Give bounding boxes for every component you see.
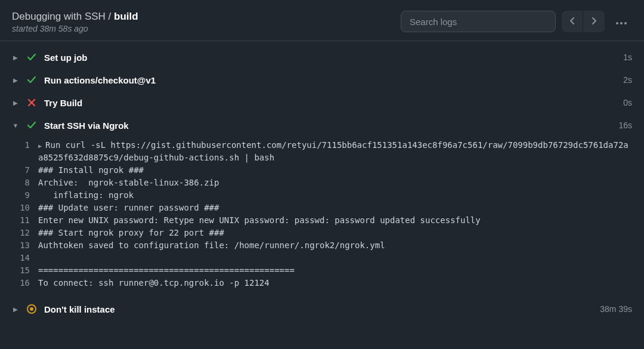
svg-point-1 [620,22,623,24]
line-number: 10 [12,202,38,214]
step-time: 0s [623,98,632,107]
header-right [401,11,632,32]
line-text: ### Start ngrok proxy for 22 port ### [38,227,632,239]
log-output: 1▶Run curl -sL https://gist.githubuserco… [0,137,644,298]
log-line: 8Archive: ngrok-stable-linux-386.zip [12,177,632,189]
step-name: Don't kill instace [44,304,593,314]
prev-button[interactable] [562,11,583,32]
line-number: 15 [12,264,38,277]
caret-right-icon: ▶ [12,54,19,61]
line-text: Archive: ngrok-stable-linux-386.zip [38,177,632,189]
log-line: 12### Start ngrok proxy for 22 port ### [12,227,632,239]
search-input[interactable] [401,11,556,32]
line-text: ### Update user: runner password ### [38,202,632,214]
log-line: 15======================================… [12,264,632,277]
header-left: Debugging with SSH / build started 38m 5… [12,11,138,33]
line-number: 11 [12,214,38,227]
caret-right-icon: ▶ [12,77,19,84]
check-icon [26,120,37,131]
log-line: 10### Update user: runner password ### [12,202,632,214]
next-button[interactable] [583,11,605,32]
caret-right-icon: ▶ [12,306,19,313]
line-number: 13 [12,239,38,252]
caret-right-icon: ▶ [38,141,42,150]
step-name: Start SSH via Ngrok [44,121,611,131]
check-icon [26,52,37,63]
caret-down-icon: ▼ [12,122,19,129]
step-time: 16s [618,121,632,130]
spinner-icon [26,304,37,314]
step-row[interactable]: ▶Don't kill instace38m 39s [0,298,644,320]
breadcrumb: Debugging with SSH / build [12,11,138,23]
line-number: 8 [12,177,38,189]
step-name: Try Build [44,98,616,108]
line-text: To connect: ssh runner@0.tcp.ngrok.io -p… [38,277,632,289]
check-icon [26,75,37,85]
step-time: 38m 39s [600,304,632,314]
line-number: 9 [12,189,38,202]
step-time: 2s [623,75,632,85]
run-started-subtitle: started 38m 58s ago [12,24,138,33]
log-line: 11Enter new UNIX password: Retype new UN… [12,214,632,227]
step-name: Run actions/checkout@v1 [44,75,616,85]
step-row[interactable]: ▶Try Build0s [0,91,644,114]
step-row[interactable]: ▼Start SSH via Ngrok16s [0,114,644,137]
line-number: 1 [12,139,38,152]
line-number: 14 [12,252,38,264]
kebab-icon [616,16,627,27]
log-line: 7### Install ngrok ### [12,164,632,177]
line-text: ### Install ngrok ### [38,164,632,177]
svg-point-0 [616,22,618,24]
nav-buttons [562,11,605,32]
line-text: inflating: ngrok [38,189,632,202]
line-number: 7 [12,164,38,177]
line-text: ========================================… [38,264,632,277]
breadcrumb-prefix: Debugging with SSH / [12,11,114,22]
step-name: Set up job [44,52,616,63]
log-line: 14 [12,252,632,264]
line-text: ▶Run curl -sL https://gist.githubusercon… [38,139,632,164]
more-menu-button[interactable] [611,11,632,32]
step-row[interactable]: ▶Set up job1s [0,46,644,69]
log-line: 13Authtoken saved to configuration file:… [12,239,632,252]
caret-right-icon: ▶ [12,100,19,106]
svg-point-2 [624,22,627,24]
step-time: 1s [623,52,632,62]
log-line: 9 inflating: ngrok [12,189,632,202]
log-line: 16To connect: ssh runner@0.tcp.ngrok.io … [12,277,632,289]
step-row[interactable]: ▶Run actions/checkout@v12s [0,69,644,91]
chevron-right-icon [591,16,597,27]
header: Debugging with SSH / build started 38m 5… [0,0,644,41]
line-number: 12 [12,227,38,239]
log-line: 1▶Run curl -sL https://gist.githubuserco… [12,139,632,164]
line-number: 16 [12,277,38,289]
steps-list: ▶Set up job1s▶Run actions/checkout@v12s▶… [0,41,644,320]
line-text: Authtoken saved to configuration file: /… [38,239,632,252]
breadcrumb-current: build [114,11,138,22]
line-text: Enter new UNIX password: Retype new UNIX… [38,214,632,227]
x-icon [26,97,37,108]
chevron-left-icon [569,16,575,27]
